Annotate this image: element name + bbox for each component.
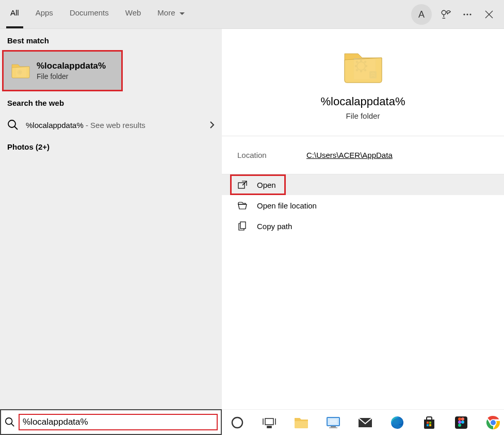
photos-heading[interactable]: Photos (2+) xyxy=(0,137,222,156)
web-result-text: %localappdata% - See web results xyxy=(26,121,145,130)
folder-open-icon xyxy=(237,201,248,210)
action-open[interactable]: Open xyxy=(222,174,504,195)
svg-point-41 xyxy=(461,421,464,424)
action-open-label: Open xyxy=(257,181,276,189)
best-match-heading: Best match xyxy=(0,29,222,50)
results-panel: Best match %localappdata% xyxy=(0,29,222,409)
svg-rect-33 xyxy=(427,422,429,424)
svg-rect-34 xyxy=(429,422,431,424)
action-open-loc-label: Open file location xyxy=(257,201,317,210)
best-match-result[interactable]: %localappdata% File folder xyxy=(2,50,123,91)
action-copy-path-label: Copy path xyxy=(257,222,292,231)
search-input-highlight xyxy=(19,414,218,430)
svg-rect-36 xyxy=(429,424,431,426)
svg-point-1 xyxy=(463,13,465,15)
svg-rect-29 xyxy=(331,426,336,427)
chevron-down-icon xyxy=(180,12,185,15)
svg-rect-20 xyxy=(238,183,245,188)
tab-all[interactable]: All xyxy=(9,6,20,19)
more-icon[interactable] xyxy=(460,7,475,22)
search-input[interactable] xyxy=(23,417,214,427)
tab-web[interactable]: Web xyxy=(124,6,142,19)
tab-documents[interactable]: Documents xyxy=(69,6,110,19)
location-row: Location C:\Users\ACER\AppData xyxy=(222,136,504,174)
chevron-right-icon xyxy=(209,121,215,129)
tab-more-label: More xyxy=(157,8,175,17)
feedback-icon[interactable] xyxy=(438,7,453,22)
cortana-icon[interactable] xyxy=(227,412,248,433)
chrome-icon[interactable] xyxy=(483,412,503,433)
tab-more[interactable]: More xyxy=(156,6,185,19)
svg-point-23 xyxy=(232,417,242,428)
microsoft-store-icon[interactable] xyxy=(419,412,440,433)
search-icon xyxy=(1,417,19,427)
svg-point-46 xyxy=(491,420,496,425)
svg-point-39 xyxy=(461,417,464,421)
search-header: All Apps Documents Web More A xyxy=(0,0,504,29)
best-match-subtitle: File folder xyxy=(37,72,106,80)
preview-subtitle: File folder xyxy=(346,111,380,120)
search-icon xyxy=(7,119,19,131)
action-open-file-location[interactable]: Open file location xyxy=(222,195,504,216)
edge-icon[interactable] xyxy=(387,412,408,433)
svg-point-7 xyxy=(8,120,15,127)
action-copy-path[interactable]: Copy path xyxy=(222,216,504,236)
avatar[interactable]: A xyxy=(411,4,432,25)
settings-app-icon[interactable] xyxy=(323,412,344,433)
file-explorer-icon[interactable] xyxy=(291,412,312,433)
folder-icon xyxy=(343,50,384,86)
svg-rect-21 xyxy=(240,222,246,229)
figma-icon[interactable] xyxy=(451,412,472,433)
svg-point-0 xyxy=(442,10,446,14)
svg-point-22 xyxy=(6,418,12,425)
preview-title: %localappdata% xyxy=(321,95,405,108)
copy-icon xyxy=(237,221,248,231)
actions-list: Open Open file location Copy path xyxy=(222,174,504,236)
location-value[interactable]: C:\Users\ACER\AppData xyxy=(306,151,393,159)
svg-rect-30 xyxy=(329,427,337,428)
svg-rect-35 xyxy=(427,424,429,426)
task-view-icon[interactable] xyxy=(259,412,280,433)
web-result-row[interactable]: %localappdata% - See web results xyxy=(0,112,222,137)
bottom-bar xyxy=(0,409,504,435)
best-match-title: %localappdata% xyxy=(37,61,106,71)
mail-icon[interactable] xyxy=(355,412,376,433)
svg-rect-24 xyxy=(265,418,273,425)
svg-point-2 xyxy=(466,13,468,15)
search-web-heading: Search the web xyxy=(0,91,222,112)
preview-panel: %localappdata% File folder Location C:\U… xyxy=(222,29,504,409)
svg-point-3 xyxy=(469,13,471,15)
location-label: Location xyxy=(237,151,306,159)
svg-rect-25 xyxy=(267,426,271,428)
tab-apps[interactable]: Apps xyxy=(35,6,54,19)
close-icon[interactable] xyxy=(481,7,497,22)
folder-icon xyxy=(11,62,30,79)
open-icon xyxy=(237,181,248,189)
search-box[interactable] xyxy=(0,409,222,435)
taskbar xyxy=(222,409,504,435)
